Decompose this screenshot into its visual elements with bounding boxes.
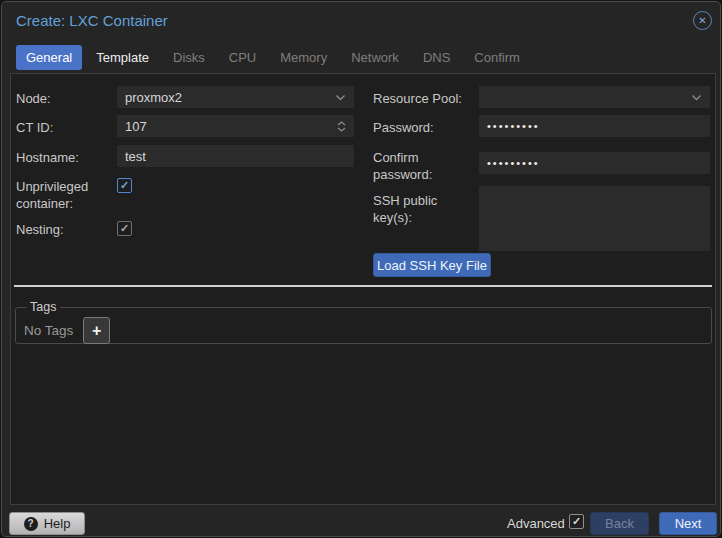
tab-network: Network [341,45,409,70]
tab-bar: General Template Disks CPU Memory Networ… [16,44,534,70]
help-button[interactable]: ? Help [9,512,85,535]
form-panel [10,73,716,505]
section-divider [14,285,712,287]
ssh-keys-textarea[interactable] [479,186,710,251]
tab-general[interactable]: General [16,45,82,70]
question-mark-icon: ? [24,517,38,531]
advanced-checkbox[interactable]: ✓ [569,514,584,529]
hostname-field[interactable] [117,145,354,167]
tab-disks: Disks [163,45,215,70]
tags-fieldset: Tags No Tags + [15,300,712,344]
node-label: Node: [16,90,51,107]
unprivileged-label: Unprivileged container: [16,178,111,212]
check-icon: ✓ [120,223,129,234]
tab-confirm: Confirm [464,45,530,70]
chevron-down-icon[interactable] [335,94,346,101]
tab-memory: Memory [270,45,337,70]
hostname-input[interactable] [117,149,354,164]
confirm-password-field[interactable] [479,152,710,174]
confirm-password-input[interactable] [479,157,710,169]
back-button[interactable]: Back [590,512,649,535]
hostname-label: Hostname: [16,149,79,166]
tags-legend: Tags [26,300,60,314]
password-field[interactable] [479,115,710,137]
nesting-label: Nesting: [16,221,64,238]
dialog-title: Create: LXC Container [16,12,168,29]
ctid-spinner[interactable] [117,115,354,137]
add-tag-button[interactable]: + [83,317,110,344]
password-input[interactable] [479,120,710,132]
ctid-label: CT ID: [16,119,53,136]
no-tags-text: No Tags [24,323,73,338]
next-button[interactable]: Next [659,512,717,535]
tab-template[interactable]: Template [86,45,159,70]
advanced-label: Advanced [507,516,565,531]
help-button-label: Help [44,516,71,531]
resource-pool-input[interactable] [479,90,691,105]
node-combobox[interactable] [117,86,354,108]
tab-dns: DNS [413,45,460,70]
confirm-password-label: Confirm password: [373,149,465,183]
chevron-down-icon[interactable] [691,94,702,101]
load-ssh-key-button[interactable]: Load SSH Key File [373,253,491,277]
tab-cpu: CPU [219,45,266,70]
node-input[interactable] [117,90,335,105]
nesting-checkbox[interactable]: ✓ [117,221,132,236]
password-label: Password: [373,119,434,136]
check-icon: ✓ [572,516,581,527]
ctid-input[interactable] [117,119,337,134]
check-icon: ✓ [120,180,129,191]
ssh-keys-label: SSH public key(s): [373,192,465,226]
close-icon[interactable]: ✕ [693,11,712,30]
unprivileged-checkbox[interactable]: ✓ [117,178,132,193]
resource-pool-label: Resource Pool: [373,90,462,107]
spinner-up-down-icon[interactable] [337,121,346,132]
resource-pool-combobox[interactable] [479,86,710,108]
create-lxc-dialog: Create: LXC Container ✕ General Template… [1,1,721,537]
